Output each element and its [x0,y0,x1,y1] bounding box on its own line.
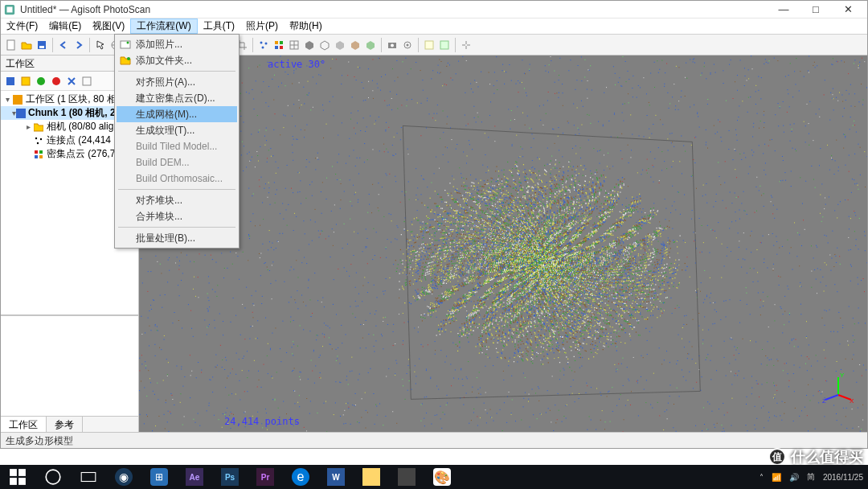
view-mesh-icon[interactable] [287,38,301,52]
menu-edit[interactable]: 编辑(E) [43,18,87,34]
maximize-button[interactable]: □ [800,2,832,18]
premiere-icon[interactable]: Pr [248,465,283,489]
view-wire-icon[interactable] [317,38,332,52]
disable-icon[interactable] [50,75,63,88]
point-cloud-canvas [139,55,867,432]
menu-photo[interactable]: 照片(P) [240,18,284,34]
enable-icon[interactable] [35,75,47,88]
edge-icon[interactable]: e [283,465,318,489]
svg-point-31 [40,138,42,139]
svg-rect-29 [16,109,26,118]
view-tiled-icon[interactable] [363,38,378,52]
svg-rect-48 [10,478,17,485]
menu-align-photos[interactable]: 对齐照片(A)... [117,74,237,90]
markers-icon[interactable] [400,38,415,52]
svg-rect-24 [22,77,30,85]
svg-point-45 [127,57,130,60]
svg-point-25 [37,77,45,85]
close-button[interactable]: ✕ [832,2,864,18]
tray-network-icon[interactable]: 📶 [772,473,781,482]
tray-ime-icon[interactable]: 简 [807,471,815,483]
new-icon[interactable] [4,38,18,52]
svg-rect-34 [39,150,43,154]
watermark: 值 什么值得买 [768,447,863,466]
menu-batch[interactable]: 批量处理(B)... [117,230,237,246]
word-icon[interactable]: W [318,465,354,489]
app3-icon[interactable] [389,465,424,489]
photoshop-icon[interactable]: Ps [212,465,248,489]
menu-workflow[interactable]: 工作流程(W) [130,18,197,34]
details-icon[interactable] [80,75,93,88]
menu-merge-chunks[interactable]: 合并堆块... [117,208,237,224]
workflow-menu: 添加照片... 添加文件夹... 对齐照片(A)... 建立密集点云(D)...… [114,34,240,249]
cortana-icon[interactable] [35,465,71,489]
menu-help[interactable]: 帮助(H) [284,18,328,34]
tray-volume-icon[interactable]: 🔊 [789,473,799,482]
view-solid-icon[interactable] [302,38,317,52]
taskbar[interactable]: ◉ ⊞ Ae Ps Pr e W 🎨 ˄ 📶 🔊 简 2016/11/25 [0,465,868,489]
chunk-icon [16,108,26,119]
menu-file[interactable]: 文件(F) [1,18,43,34]
tray-up-icon[interactable]: ˄ [760,473,764,482]
paint-icon[interactable]: 🎨 [424,465,460,489]
open-icon[interactable] [19,38,34,52]
svg-rect-13 [280,41,283,44]
svg-point-18 [391,43,394,47]
view-dense-icon[interactable] [272,38,286,52]
save-icon[interactable] [35,38,49,52]
axis-gizmo: Y X Z [822,371,854,403]
undo-icon[interactable] [56,38,71,52]
svg-rect-47 [18,469,26,476]
tab-reference[interactable]: 参考 [47,417,83,432]
start-button[interactable] [0,465,35,489]
svg-point-10 [265,42,268,44]
pointer-icon[interactable] [93,38,108,52]
menu-build-dem[interactable]: Build DEM... [117,154,237,171]
view-shaded-icon[interactable] [333,38,347,52]
remove-icon[interactable] [65,75,78,88]
svg-rect-15 [280,46,283,49]
point-count-label: 24,414 points [224,416,300,427]
svg-point-32 [37,142,39,143]
tab-workspace[interactable]: 工作区 [1,417,47,432]
show-region-icon[interactable] [422,38,436,52]
system-tray[interactable]: ˄ 📶 🔊 简 2016/11/25 [760,471,868,483]
menu-build-texture[interactable]: 生成纹理(T)... [117,122,237,138]
svg-point-30 [35,137,37,138]
app1-icon[interactable]: ◉ [106,465,141,489]
svg-point-20 [407,43,409,46]
menu-build-dense[interactable]: 建立密集点云(D)... [117,90,237,106]
menu-add-folder[interactable]: 添加文件夹... [117,52,237,68]
taskview-icon[interactable] [71,465,106,489]
view-textured-icon[interactable] [348,38,362,52]
redo-icon[interactable] [72,38,86,52]
aftereffects-icon[interactable]: Ae [177,465,212,489]
3d-viewport[interactable]: active 30° 24,414 points Y X Z [139,55,867,432]
menu-build-ortho[interactable]: Build Orthomosaic... [117,171,237,187]
app2-icon[interactable]: ⊞ [141,465,177,489]
add-photos-icon[interactable] [19,75,32,88]
tray-clock[interactable]: 2016/11/25 [823,473,863,482]
menu-add-photos[interactable]: 添加照片... [117,36,237,52]
menu-build-mesh[interactable]: 生成网格(M)... [117,106,237,122]
svg-rect-2 [7,40,14,50]
svg-rect-27 [83,77,91,85]
svg-rect-33 [35,150,38,154]
menu-build-tiled[interactable]: Build Tiled Model... [117,138,237,154]
camera-icon[interactable] [385,38,399,52]
reset-view-icon[interactable] [459,38,473,52]
menu-tools[interactable]: 工具(T) [198,18,240,34]
title-bar: Untitled* — Agisoft PhotoScan — □ ✕ [1,1,867,18]
menu-align-chunks[interactable]: 对齐堆块... [117,192,237,208]
add-chunk-icon[interactable] [4,75,17,88]
svg-rect-21 [425,41,433,49]
show-trackball-icon[interactable] [437,38,452,52]
status-bar: 生成多边形模型 [1,432,867,448]
minimize-button[interactable]: — [768,2,800,18]
svg-text:Y: Y [840,372,845,379]
menu-view[interactable]: 视图(V) [87,18,130,34]
add-photos-icon [120,39,131,50]
view-points-icon[interactable] [256,38,271,52]
svg-rect-49 [18,478,26,485]
explorer-icon[interactable] [354,465,389,489]
